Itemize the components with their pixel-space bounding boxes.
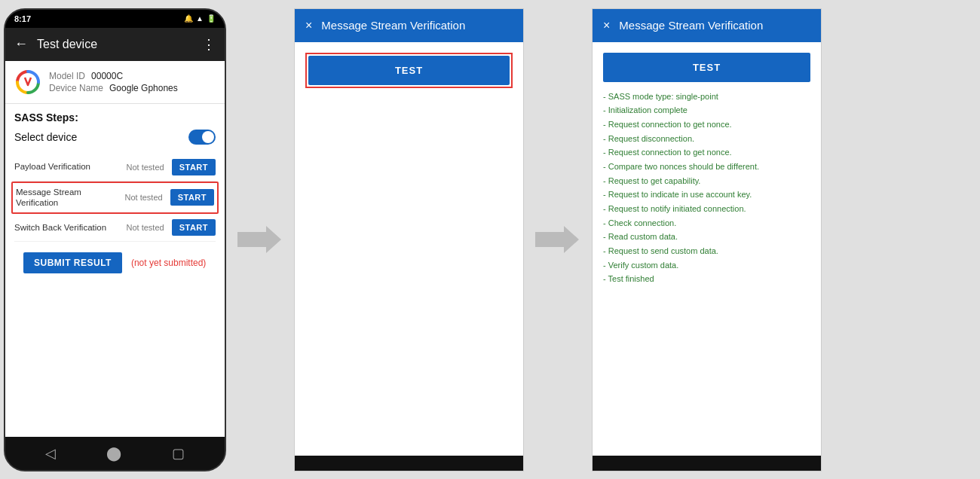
notification-icon: 🔔 [184,14,193,23]
phone-header: ← Test device ⋮ [5,28,225,61]
switch-back-verification-status: Not tested [127,223,164,232]
switch-back-verification-label: Switch Back Verification [14,222,122,233]
log-line: - Request connection to get nonce. [603,145,810,160]
arrow-2 [524,224,592,255]
dialog-2-header: × Message Stream Verification [593,9,821,42]
svg-marker-0 [237,226,281,253]
main-container: 8:17 🔔 ▲ 🔋 ← Test device ⋮ [0,0,980,479]
log-line: - Compare two nonces should be different… [603,160,810,174]
select-device-row: Select device [14,130,216,145]
right-arrow-icon [237,224,283,255]
device-logo [14,69,41,96]
dialog-1-close-button[interactable]: × [305,19,312,32]
dialog-2-close-button[interactable]: × [603,19,610,32]
log-line: - Verify custom data. [603,258,810,273]
phone-nav-bar: ◁ ⬤ ▢ [5,437,225,470]
log-line: - Test finished [603,272,810,286]
status-bar: 8:17 🔔 ▲ 🔋 [5,10,225,28]
back-button[interactable]: ← [14,36,28,52]
sass-section: SASS Steps: Select device Payload Verifi… [5,104,225,292]
device-name-label: Device Name [49,83,103,93]
sass-title: SASS Steps: [14,111,216,124]
message-stream-verification-label: Message Stream Verification [16,187,121,209]
phone-frame: 8:17 🔔 ▲ 🔋 ← Test device ⋮ [4,8,226,471]
submit-result-button[interactable]: SUBMIT RESULT [23,252,122,273]
dialog-2-test-button[interactable]: TEST [603,53,810,82]
payload-verification-row: Payload Verification Not tested START [14,154,216,182]
status-time: 8:17 [14,14,31,23]
log-line: - Request to get capability. [603,174,810,188]
submit-section: SUBMIT RESULT (not yet submitted) [14,242,216,284]
dialog-2-footer [593,456,821,471]
payload-verification-label: Payload Verification [14,161,122,172]
log-line: - Request disconnection. [603,132,810,146]
svg-marker-1 [535,226,579,253]
log-line: - Initialization complete [603,103,810,117]
arrow-1 [226,224,294,255]
status-icons: 🔔 ▲ 🔋 [184,14,216,23]
payload-verification-start-button[interactable]: START [172,159,216,175]
submit-status-label: (not yet submitted) [131,258,206,268]
dialog-1-title: Message Stream Verification [321,19,465,32]
log-line: - Request connection to get nonce. [603,117,810,132]
dialog-2-title: Message Stream Verification [619,19,763,32]
battery-icon: 🔋 [207,14,216,23]
message-stream-verification-start-button[interactable]: START [170,189,214,206]
payload-verification-status: Not tested [127,163,164,172]
message-stream-verification-row: Message Stream Verification Not tested S… [11,182,219,215]
device-details: Model ID 00000C Device Name Google Gphon… [49,71,178,93]
wifi-icon: ▲ [196,14,204,23]
dialog-1-body: TEST [295,42,523,456]
test-btn-container-1: TEST [305,53,513,88]
model-id-value: 00000C [91,71,123,81]
dialog-panel-2: × Message Stream Verification TEST - SAS… [592,8,822,471]
log-output: - SASS mode type: single-point- Initiali… [603,90,810,287]
device-name-row: Device Name Google Gphones [49,83,178,93]
dialog-2-body: TEST - SASS mode type: single-point- Ini… [593,42,821,456]
model-id-row: Model ID 00000C [49,71,178,81]
message-stream-verification-status: Not tested [125,193,163,202]
log-line: - Check connection. [603,216,810,230]
dialog-1-test-button[interactable]: TEST [308,56,510,85]
phone-title: Test device [37,38,202,51]
nav-back-icon[interactable]: ◁ [45,445,56,462]
device-name-value: Google Gphones [109,83,178,93]
more-options-icon[interactable]: ⋮ [202,36,216,53]
log-line: - SASS mode type: single-point [603,90,810,104]
switch-back-verification-row: Switch Back Verification Not tested STAR… [14,214,216,242]
switch-back-verification-start-button[interactable]: START [172,219,216,236]
dialog-1-header: × Message Stream Verification [295,9,523,42]
log-line: - Request to send custom data. [603,244,810,258]
select-device-toggle[interactable] [188,130,216,145]
dialog-1-footer [295,456,523,471]
nav-recents-icon[interactable]: ▢ [172,445,185,462]
right-arrow-2-icon [535,224,580,255]
log-line: - Request to notify initiated connection… [603,202,810,216]
select-device-label: Select device [14,131,77,143]
phone-content: Model ID 00000C Device Name Google Gphon… [5,61,225,437]
log-line: - Request to indicate in use account key… [603,188,810,202]
nav-home-icon[interactable]: ⬤ [106,445,121,462]
device-info-section: Model ID 00000C Device Name Google Gphon… [5,61,225,104]
dialog-panel-1: × Message Stream Verification TEST [294,8,524,471]
log-line: - Read custom data. [603,230,810,244]
model-id-label: Model ID [49,71,85,81]
